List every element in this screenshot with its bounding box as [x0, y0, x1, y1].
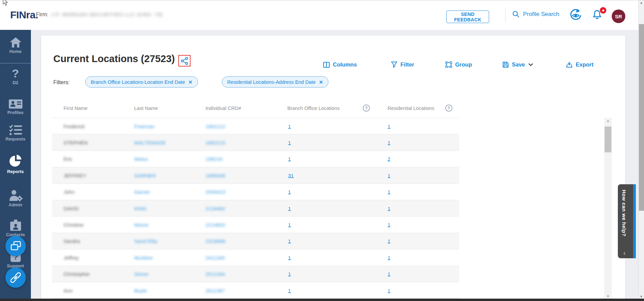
help-icon[interactable]: ?: [445, 105, 452, 112]
cell-crd-link[interactable]: 1862113: [205, 123, 225, 129]
user-avatar[interactable]: SR: [612, 10, 625, 23]
share-button-highlighted[interactable]: [178, 55, 191, 67]
branch-locations-link[interactable]: 1: [288, 287, 291, 293]
link-fab-button[interactable]: [5, 267, 26, 288]
residential-locations-link[interactable]: 1: [388, 189, 390, 195]
branch-locations-link[interactable]: 1: [288, 205, 291, 211]
residential-locations-link[interactable]: 1: [388, 287, 390, 293]
firm-label: Firm:: [36, 12, 48, 17]
filter-chip-residential[interactable]: Residential Locations-Address End Date ✕: [222, 76, 328, 88]
sidebar-item-reports[interactable]: Reports: [0, 154, 31, 174]
cell-last-name-link[interactable]: GARNER: [134, 172, 156, 178]
table-row: JEFFREY GARNER 1989346 31 1: [52, 167, 459, 184]
filter-chip-branch-office[interactable]: Branch Office Locations-Location End Dat…: [85, 76, 198, 88]
table-scrollbar[interactable]: ▲ ▼: [604, 118, 612, 299]
sidebar-item-label: Home: [0, 49, 31, 54]
profile-search-button[interactable]: Profile Search: [512, 11, 559, 18]
filter-label: Filter: [400, 61, 414, 68]
sidebar-item-contacts[interactable]: Contacts: [0, 219, 31, 237]
sidebar-item-admin[interactable]: Admin: [0, 189, 31, 207]
sidebar-item-home[interactable]: Home: [0, 37, 31, 54]
column-header-last-name[interactable]: Last Name: [134, 106, 158, 111]
cell-crd-link[interactable]: 2611387: [205, 287, 225, 293]
recently-viewed-button[interactable]: [569, 8, 583, 22]
notifications-button[interactable]: [592, 9, 604, 21]
branch-locations-link[interactable]: 1: [288, 238, 291, 244]
window-scrollbar[interactable]: ▲ ▼: [638, 0, 644, 301]
firm-name-redacted: J.P. MORGAN SECURITIES LLC (CRD: 79): [51, 12, 163, 17]
cell-last-name-link[interactable]: Freeman: [134, 123, 155, 129]
residential-locations-link[interactable]: 1: [388, 172, 390, 178]
branch-locations-link[interactable]: 1: [288, 222, 291, 228]
scroll-down-icon[interactable]: ▼: [639, 295, 644, 298]
cell-crd-link[interactable]: 2134462: [205, 205, 225, 211]
scroll-up-icon[interactable]: ▲: [639, 1, 644, 4]
sidebar-item-label: D2: [0, 80, 31, 85]
sidebar-item-requests[interactable]: Requests: [0, 124, 31, 142]
checklist-icon: [9, 124, 22, 136]
branch-locations-link[interactable]: 1: [288, 271, 291, 277]
cell-last-name-link[interactable]: Sand Elby: [134, 238, 157, 244]
cell-last-name-link[interactable]: McAbee: [134, 255, 153, 260]
export-label: Export: [576, 61, 593, 68]
column-header-residential[interactable]: Residential Locations: [388, 106, 434, 111]
cell-last-name-link[interactable]: Simon: [134, 271, 149, 277]
sidebar-item-profiles[interactable]: Profiles: [0, 98, 31, 115]
cell-crd-link[interactable]: 2319896: [205, 238, 225, 244]
filter-chip-label: Residential Locations-Address End Date: [227, 79, 316, 85]
cell-first-name: John: [64, 189, 75, 195]
branch-locations-link[interactable]: 1: [288, 255, 291, 260]
cell-last-name-link[interactable]: Boyle: [134, 287, 147, 293]
table-scrollbar-thumb[interactable]: [605, 127, 611, 152]
sidebar-item-d2[interactable]: ? D2: [0, 67, 31, 85]
save-button[interactable]: Save: [502, 61, 533, 68]
cell-last-name-link[interactable]: Weiss: [134, 156, 148, 162]
send-feedback-button[interactable]: SEND FEEDBACK: [446, 11, 489, 23]
window-scrollbar-thumb[interactable]: [639, 24, 644, 211]
column-header-branch-office[interactable]: Branch Office Locations: [287, 106, 340, 111]
residential-locations-link[interactable]: 2: [388, 156, 390, 162]
user-gear-icon: [8, 189, 23, 202]
profile-search-label: Profile Search: [523, 11, 559, 18]
scroll-down-icon[interactable]: ▼: [604, 295, 612, 298]
residential-locations-link[interactable]: 1: [388, 140, 390, 146]
id-card-icon: [8, 98, 23, 109]
cell-crd-link[interactable]: 1989346: [205, 172, 225, 178]
notification-badge: [600, 7, 606, 14]
branch-locations-link[interactable]: 1: [288, 140, 291, 146]
cell-crd-link[interactable]: 2511334: [205, 271, 225, 277]
cell-last-name-link[interactable]: Garner: [134, 189, 150, 195]
cell-crd-link[interactable]: 198216: [205, 156, 222, 162]
residential-locations-link[interactable]: 1: [388, 123, 390, 129]
cell-crd-link[interactable]: 2009423: [205, 189, 225, 195]
filter-button[interactable]: Filter: [391, 61, 414, 68]
remove-filter-icon[interactable]: ✕: [319, 79, 323, 85]
table-row: Eric Weiss 198216 1 2: [52, 151, 459, 167]
column-header-first-name[interactable]: First Name: [64, 106, 88, 111]
residential-locations-link[interactable]: 1: [388, 255, 390, 260]
column-header-crd[interactable]: Individual CRD#: [205, 106, 241, 111]
cell-last-name-link[interactable]: Moore: [134, 222, 149, 228]
export-button[interactable]: Export: [566, 61, 593, 68]
scroll-up-icon[interactable]: ▲: [604, 119, 612, 123]
help-icon[interactable]: ?: [363, 105, 370, 112]
branch-locations-link[interactable]: 1: [288, 189, 291, 195]
multi-window-fab-button[interactable]: [5, 236, 26, 256]
cell-crd-link[interactable]: 2411345: [205, 255, 225, 260]
help-tab[interactable]: How can we help? ‹: [618, 184, 636, 258]
branch-locations-link[interactable]: 31: [288, 172, 294, 178]
residential-locations-link[interactable]: 1: [388, 238, 390, 244]
cell-last-name-link[interactable]: KING: [134, 205, 147, 211]
cell-crd-link[interactable]: 1862215: [205, 140, 225, 146]
cell-crd-link[interactable]: 2214802: [205, 222, 225, 228]
windows-icon: [10, 241, 21, 251]
cell-last-name-link[interactable]: WALTEMADE: [134, 140, 166, 146]
residential-locations-link[interactable]: 1: [388, 205, 390, 211]
residential-locations-link[interactable]: 1: [388, 271, 390, 277]
columns-button[interactable]: Columns: [323, 61, 357, 68]
remove-filter-icon[interactable]: ✕: [189, 79, 193, 85]
branch-locations-link[interactable]: 1: [288, 123, 291, 129]
group-button[interactable]: Group: [445, 61, 472, 68]
residential-locations-link[interactable]: 1: [388, 222, 390, 228]
branch-locations-link[interactable]: 1: [288, 156, 291, 162]
